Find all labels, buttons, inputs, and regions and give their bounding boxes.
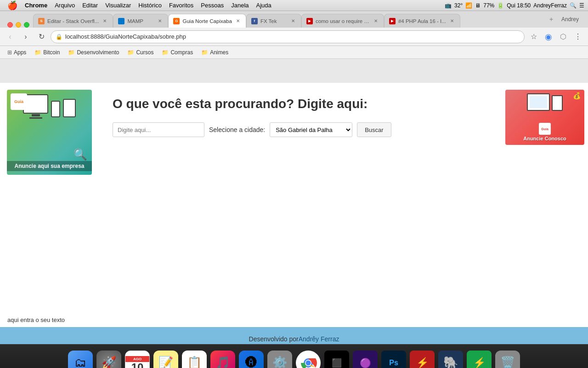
tab-mamp[interactable]: MAMP ✕ (113, 14, 168, 28)
dock-sysprefs[interactable]: ⚙️ (267, 351, 292, 368)
buscar-button[interactable]: Buscar (357, 122, 391, 137)
dock-reminders[interactable]: 📋 (182, 351, 207, 368)
footer-text: Desenvolvido por (249, 335, 299, 343)
tab-fxtek-close[interactable]: ✕ (290, 18, 296, 24)
folder-icon-animes: 📁 (201, 49, 208, 56)
battery-icon: 🔋 (497, 2, 504, 9)
dock-trash[interactable]: 🗑️ (495, 351, 520, 368)
new-tab-button[interactable]: ＋ (545, 13, 558, 26)
dock-photoshop[interactable]: Ps (381, 351, 406, 368)
menubar-chrome[interactable]: Chrome (21, 2, 51, 9)
tab-guia-title: Guia Norte Capixaba (182, 18, 232, 24)
page-wrapper: Guia 🔍 Anuncie aqui sua empresa O que vo… (0, 59, 588, 344)
lock-icon: 🔒 (56, 34, 62, 40)
coins-icon: 💰 (573, 92, 581, 99)
search-input[interactable] (113, 122, 204, 137)
folder-icon-compras: 📁 (162, 49, 169, 56)
ad-banner-right[interactable]: 💰 Guia Anuncie Conosco (505, 90, 584, 145)
menu-icon[interactable]: ☰ (579, 2, 584, 9)
window-controls (7, 22, 29, 28)
dock-terminal[interactable]: ⬛ (324, 351, 349, 368)
bookmark-apps[interactable]: ⊞ Apps (4, 47, 30, 58)
bookmark-star-button[interactable]: ☆ (527, 30, 540, 43)
forward-button[interactable]: › (19, 30, 32, 43)
dock-calendar[interactable]: AGO 10 (125, 351, 150, 368)
right-sidebar: 💰 Guia Anuncie Conosco (505, 83, 588, 313)
cidade-label: Selecione a cidade: (209, 126, 265, 133)
cidade-select[interactable]: São Gabriel da Palha Colatina Linhares V… (270, 122, 352, 137)
bookmark-cursos[interactable]: 📁 Cursos (124, 47, 157, 58)
bookmark-apps-label: Apps (14, 49, 26, 56)
google-account-button[interactable]: ◉ (542, 30, 555, 43)
minimize-window-button[interactable] (16, 22, 21, 28)
tabbar: S Editar - Stack Overfl... ✕ MAMP ✕ G Gu… (0, 11, 588, 28)
dock-chrome[interactable] (296, 351, 321, 368)
chrome-menu-button[interactable]: ⋮ (571, 30, 584, 43)
bookmark-animes-label: Animes (210, 49, 228, 56)
tab-stackoverflow[interactable]: S Editar - Stack Overfl... ✕ (33, 14, 113, 28)
menubar-favoritos[interactable]: Favoritos (165, 2, 197, 9)
menubar-pessoas[interactable]: Pessoas (197, 2, 227, 9)
tab-php-title: #4 PHP Aula 16 - I... (398, 18, 446, 24)
dock-finder[interactable]: 🗂 (68, 351, 93, 368)
tab-stackoverflow-close[interactable]: ✕ (102, 18, 108, 24)
content-area: Guia 🔍 Anuncie aqui sua empresa O que vo… (0, 59, 588, 344)
screen-share-icon: 🖥 (475, 2, 481, 9)
bookmark-animes[interactable]: 📁 Animes (198, 47, 232, 58)
dock-notes[interactable]: 📝 (153, 351, 178, 368)
reload-button[interactable]: ↻ (35, 30, 48, 43)
menubar-arquivo[interactable]: Arquivo (51, 2, 79, 9)
chrome-window: S Editar - Stack Overfl... ✕ MAMP ✕ G Gu… (0, 11, 588, 344)
footer-link[interactable]: Andrêy Ferraz (299, 335, 339, 343)
menubar: 🍎 Chrome Arquivo Editar Visualizar Histó… (0, 0, 588, 11)
tab-guia[interactable]: G Guia Norte Capixaba ✕ (168, 14, 246, 28)
search-heading: O que você esta procurando? Digite aqui: (113, 97, 492, 111)
tab-require-title: como usar o require p... (316, 18, 370, 24)
nav-right-buttons: ☆ ◉ ⬡ ⋮ (527, 30, 584, 43)
chrome-extension-button[interactable]: ⬡ (557, 30, 570, 43)
folder-icon-bitcoin: 📁 (34, 49, 41, 56)
bookmark-desenvolvimento[interactable]: 📁 Desenvolvimento (64, 47, 123, 58)
apple-menu[interactable]: 🍎 (4, 0, 21, 11)
back-button[interactable]: ‹ (4, 30, 17, 43)
address-bar[interactable]: 🔒 localhost:8888/GuiaNorteCapixaba/sobre… (51, 30, 525, 43)
menubar-editar[interactable]: Editar (79, 2, 102, 9)
dock-mamp[interactable]: 🐘 (438, 351, 463, 368)
menubar-janela[interactable]: Janela (227, 2, 252, 9)
close-window-button[interactable] (7, 22, 13, 28)
dock: 🗂 🚀 AGO 10 📝 📋 🎵 🅐 ⚙️ ⬛ 🟣 Ps ⚡ 🐘 ⚡ 🗑️ (0, 344, 588, 368)
menubar-visualizar[interactable]: Visualizar (102, 2, 135, 9)
tab-php-close[interactable]: ✕ (449, 18, 455, 24)
dock-music[interactable]: 🎵 (210, 351, 235, 368)
menubar-right: 📺 32° 📶 🖥 77% 🔋 Qui 18:50 AndreyFerraz 🔍… (445, 2, 584, 9)
bookmark-desenvolvimento-label: Desenvolvimento (77, 49, 119, 56)
tab-require-close[interactable]: ✕ (373, 18, 379, 24)
bookmark-bitcoin[interactable]: 📁 Bitcoin (31, 47, 63, 58)
tab-fxtek[interactable]: f FX Tek ✕ (246, 14, 301, 28)
bookmark-compras[interactable]: 📁 Compras (158, 47, 197, 58)
screen-icon: 📺 (445, 2, 452, 9)
dock-filezilla-2[interactable]: ⚡ (467, 351, 492, 368)
tab-guia-close[interactable]: ✕ (235, 18, 241, 24)
search-icon[interactable]: 🔍 (570, 2, 577, 9)
dock-filezilla-1[interactable]: ⚡ (410, 351, 435, 368)
svg-point-3 (306, 360, 311, 365)
maximize-window-button[interactable] (24, 22, 29, 28)
tab-php[interactable]: ▶ #4 PHP Aula 16 - I... ✕ (384, 14, 460, 28)
tab-require[interactable]: ▶ como usar o require p... ✕ (301, 14, 384, 28)
dock-launchpad[interactable]: 🚀 (96, 351, 121, 368)
dock-phpstorm[interactable]: 🟣 (353, 351, 378, 368)
folder-icon-dev: 📁 (68, 49, 75, 56)
ad-banner-left[interactable]: Guia 🔍 Anuncie aqui sua empresa (7, 90, 92, 175)
tab-list: S Editar - Stack Overfl... ✕ MAMP ✕ G Gu… (33, 14, 460, 28)
andrey-account[interactable]: Andrey (558, 16, 582, 23)
menubar-historico[interactable]: Histórico (135, 2, 165, 9)
bookmark-bitcoin-label: Bitcoin (43, 49, 60, 56)
menubar-ajuda[interactable]: Ajuda (253, 2, 275, 9)
page-center: O que você esta procurando? Digite aqui:… (99, 83, 505, 313)
navbar: ‹ › ↻ 🔒 localhost:8888/GuiaNorteCapixaba… (0, 28, 588, 46)
tab-mamp-close[interactable]: ✕ (157, 18, 163, 24)
page-main: Guia 🔍 Anuncie aqui sua empresa O que vo… (0, 83, 588, 313)
folder-icon-cursos: 📁 (127, 49, 134, 56)
dock-appstore[interactable]: 🅐 (239, 351, 264, 368)
